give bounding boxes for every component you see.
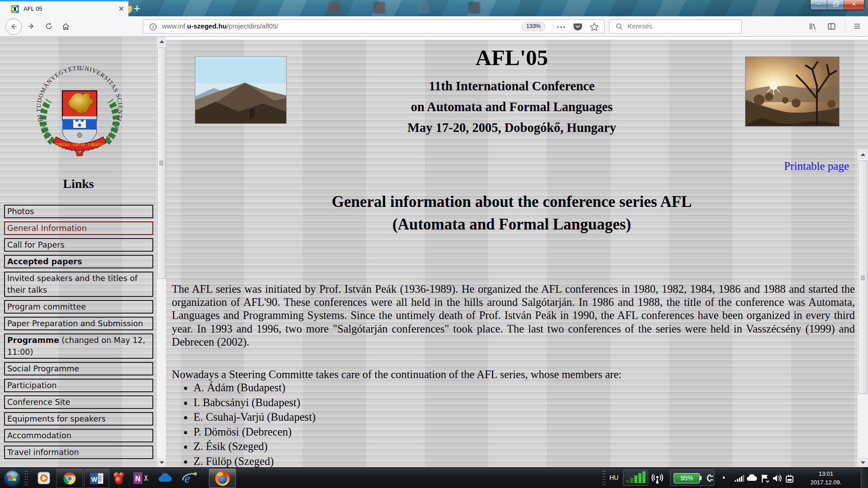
sunset-photo <box>745 56 840 127</box>
intro-paragraph: The AFL series was initiated by Prof. Is… <box>172 282 855 349</box>
toolbar-separator <box>845 21 845 32</box>
sidebar-item-programme[interactable]: Programme (changed on May 12, 11:00) <box>4 333 153 359</box>
sidebar-toggle-button[interactable] <box>824 19 839 34</box>
zoom-level-button[interactable]: 133% <box>522 22 545 31</box>
tab-close-icon[interactable]: ✕ <box>118 5 124 14</box>
sidebar-item-social-programme[interactable]: Social Programme <box>4 362 153 375</box>
sidebar-item-accommodation[interactable]: Accommodation <box>4 429 153 442</box>
onedrive-tray-icon[interactable] <box>746 474 758 483</box>
sidebar-scrollbar-thumb[interactable] <box>157 47 166 279</box>
sidebar-item-invited-speakers[interactable]: Invited speakers and the titles of their… <box>4 272 153 297</box>
media-player-icon <box>37 471 51 485</box>
scroll-up-icon[interactable] <box>157 37 166 46</box>
frame-top-edge <box>166 37 868 40</box>
volume-icon[interactable] <box>772 474 783 483</box>
restore-button[interactable] <box>827 0 844 9</box>
screen: AFL 05 ✕ + – ✕ www.inf.u-szeged.h <box>0 0 868 488</box>
scissors-icon: ✂ <box>141 474 151 481</box>
scroll-up-icon[interactable] <box>859 150 868 159</box>
back-button[interactable] <box>5 19 22 35</box>
wireless-indicator[interactable] <box>651 473 664 484</box>
scroll-down-icon[interactable] <box>157 458 166 467</box>
tray-expand-icon[interactable]: ▲ <box>722 474 726 479</box>
language-indicator[interactable]: HU <box>609 474 618 481</box>
reload-button[interactable] <box>41 19 57 34</box>
tab-favicon <box>11 5 19 13</box>
content-scrollbar[interactable] <box>858 149 868 467</box>
desktop-icon <box>373 2 385 14</box>
battery-meter-widget[interactable]: 95% <box>670 470 714 486</box>
battery-tray-icon[interactable] <box>785 474 796 483</box>
search-bar[interactable]: Keresés <box>609 19 742 33</box>
tab-title: AFL 05 <box>24 5 42 12</box>
sidebar-item-travel-information[interactable]: Travel information <box>4 446 153 459</box>
cellular-signal-icon[interactable] <box>734 474 744 483</box>
start-button[interactable] <box>4 469 21 487</box>
url-bar[interactable]: www.inf.u-szeged.hu/projectdirs/afl05/ 1… <box>143 19 604 33</box>
plug-icon <box>703 473 713 483</box>
firefox-taskbar-button[interactable] <box>209 469 236 488</box>
hamburger-menu-icon <box>853 22 861 30</box>
minimize-button[interactable]: – <box>811 0 827 9</box>
university-seal-logo: UNIVERSITAS SCIENTIARUM SZEGEDIENSIS · S… <box>35 63 124 165</box>
browser-tab[interactable]: AFL 05 ✕ <box>0 0 128 16</box>
chrome-taskbar-button[interactable] <box>56 469 83 488</box>
menu-button[interactable] <box>849 19 865 34</box>
sidebar-item-participation[interactable]: Participation <box>4 379 153 392</box>
list-item: P. Dömösi (Debrecen) <box>193 425 316 440</box>
red-app-button[interactable] <box>112 471 126 485</box>
bookmark-star-icon[interactable] <box>590 22 599 32</box>
battery-fill: 95% <box>674 473 700 483</box>
list-item: E. Csuhaj-Varjú (Budapest) <box>193 410 316 425</box>
new-tab-button[interactable]: + <box>130 1 144 15</box>
sidebar-item-call-for-papers[interactable]: Call for Papers <box>4 238 153 252</box>
sidebar-item-paper-preparation[interactable]: Paper Preparation and Submission <box>4 317 153 330</box>
word-taskbar-button[interactable]: W <box>84 469 109 488</box>
media-player-button[interactable] <box>37 471 51 485</box>
library-button[interactable] <box>805 19 820 34</box>
scroll-down-icon[interactable] <box>859 458 868 467</box>
taskbar: W N ✂ e <box>0 467 868 488</box>
printable-page-link[interactable]: Printable page <box>784 160 849 173</box>
action-center-flag-icon[interactable] <box>760 474 769 483</box>
sidebar-item-program-committee[interactable]: Program committee <box>4 300 153 314</box>
show-desktop-button[interactable] <box>861 468 868 488</box>
clock[interactable]: 13:01 2017.12.09. <box>799 469 853 487</box>
chrome-icon <box>63 472 76 485</box>
content-scrollbar-thumb[interactable] <box>859 160 868 394</box>
library-icon <box>808 22 817 31</box>
svg-text:e: e <box>184 471 190 485</box>
content-frame: Printable page General information about… <box>166 149 858 467</box>
internet-explorer-icon: e <box>182 471 197 486</box>
home-button[interactable] <box>58 19 73 34</box>
svg-text:N: N <box>135 475 141 483</box>
onedrive-button[interactable] <box>157 471 173 485</box>
list-item: Z. Fülöp (Szeged) <box>193 454 316 467</box>
list-item: I. Babcsányi (Budapest) <box>193 395 316 410</box>
navigation-toolbar: www.inf.u-szeged.hu/projectdirs/afl05/ 1… <box>0 16 868 37</box>
pocket-icon[interactable] <box>573 22 583 32</box>
main-frame: AFL'05 11th International Conference on … <box>166 37 868 467</box>
forward-icon <box>27 22 35 30</box>
taskbar-grip <box>24 470 28 486</box>
battery-cap <box>700 476 702 480</box>
search-icon <box>616 23 623 30</box>
sidebar-item-general-information[interactable]: General Information <box>4 221 153 235</box>
network-signal-widget[interactable] <box>623 470 648 486</box>
sidebar-item-photos[interactable]: Photos <box>4 205 153 218</box>
list-item: Z. Ésik (Szeged) <box>193 439 316 454</box>
desktop-icon <box>468 2 480 14</box>
forward-button[interactable] <box>24 19 39 34</box>
sidebar-item-accepted-papers[interactable]: Accepted papers <box>4 255 153 268</box>
site-info-icon[interactable] <box>149 23 157 31</box>
close-button[interactable]: ✕ <box>844 0 864 9</box>
onenote-clipper-button[interactable]: N ✂ <box>133 471 148 485</box>
sidebar-item-equipments[interactable]: Equipments for speakers <box>4 412 153 426</box>
url-text[interactable]: www.inf.u-szeged.hu/projectdirs/afl05/ <box>162 22 278 30</box>
sidebar-scrollbar[interactable] <box>157 37 166 467</box>
internet-explorer-button[interactable]: e <box>182 471 197 485</box>
sidebar-item-conference-site[interactable]: Conference Site <box>4 395 153 409</box>
page-actions-icon[interactable] <box>556 22 566 32</box>
red-spheres-icon <box>112 471 126 485</box>
page-content: UNIVERSITAS SCIENTIARUM SZEGEDIENSIS · S… <box>0 37 868 467</box>
